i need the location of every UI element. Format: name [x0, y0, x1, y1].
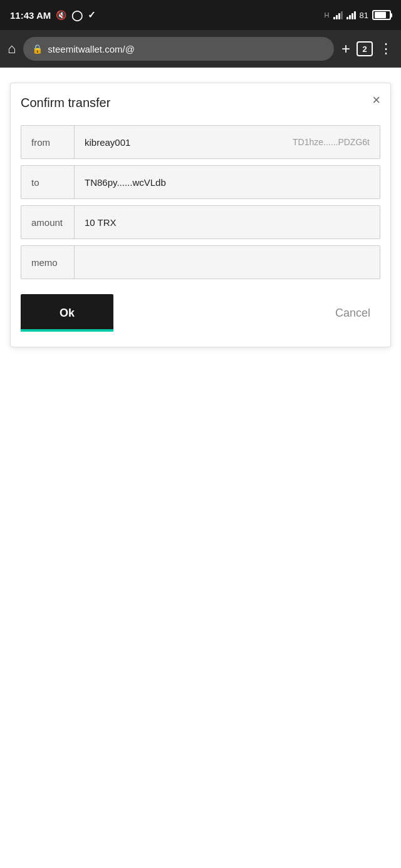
close-button[interactable]: × — [372, 93, 380, 107]
time-display: 11:43 AM — [10, 10, 51, 21]
page-content: Confirm transfer × from kibreay001 TD1hz… — [0, 68, 401, 631]
browser-bar: ⌂ 🔒 steemitwallet.com/@ + 2 ⋮ — [0, 30, 401, 68]
lock-icon: 🔒 — [32, 44, 43, 54]
ok-button[interactable]: Ok — [21, 294, 113, 332]
to-value-container: TN86py......wcVLdb — [75, 166, 380, 198]
new-tab-button[interactable]: + — [341, 40, 350, 58]
signal-bars-1 — [333, 11, 343, 19]
messenger-icon: ◯ — [71, 9, 83, 21]
to-label: to — [21, 166, 75, 198]
button-row: Ok Cancel — [21, 294, 380, 332]
status-bar: 11:43 AM 🔇 ◯ ✓ H 81 — [0, 0, 401, 30]
amount-row: amount 10 TRX — [21, 205, 380, 239]
status-right: H 81 — [325, 10, 391, 20]
h-indicator: H — [325, 11, 330, 19]
confirm-transfer-dialog: Confirm transfer × from kibreay001 TD1hz… — [10, 83, 391, 347]
home-button[interactable]: ⌂ — [8, 41, 16, 57]
amount-label: amount — [21, 206, 75, 238]
status-left: 11:43 AM 🔇 ◯ ✓ — [10, 9, 96, 21]
memo-label: memo — [21, 246, 75, 278]
memo-row: memo — [21, 245, 380, 279]
address-bar[interactable]: 🔒 steemitwallet.com/@ — [23, 37, 334, 61]
app-icon: ✓ — [88, 9, 96, 21]
amount-value: 10 TRX — [85, 217, 117, 228]
battery-icon — [372, 10, 391, 20]
from-label: from — [21, 126, 75, 158]
browser-menu-button[interactable]: ⋮ — [379, 41, 393, 57]
cancel-button[interactable]: Cancel — [325, 302, 380, 325]
from-username: kibreay001 — [85, 137, 130, 148]
mute-icon: 🔇 — [56, 10, 66, 20]
signal-bars-2 — [346, 11, 356, 19]
url-display: steemitwallet.com/@ — [48, 44, 135, 54]
to-address: TN86py......wcVLdb — [85, 177, 166, 188]
browser-actions: + 2 ⋮ — [341, 40, 393, 58]
white-space — [0, 631, 401, 868]
from-address: TD1hze......PDZG6t — [293, 137, 370, 147]
battery-label: 81 — [360, 11, 368, 20]
amount-value-container: 10 TRX — [75, 206, 380, 238]
memo-value-container — [75, 246, 380, 278]
tab-count-button[interactable]: 2 — [357, 41, 373, 56]
to-row: to TN86py......wcVLdb — [21, 165, 380, 199]
from-row: from kibreay001 TD1hze......PDZG6t — [21, 125, 380, 159]
from-value-container: kibreay001 TD1hze......PDZG6t — [75, 126, 380, 158]
dialog-title: Confirm transfer — [21, 96, 380, 110]
